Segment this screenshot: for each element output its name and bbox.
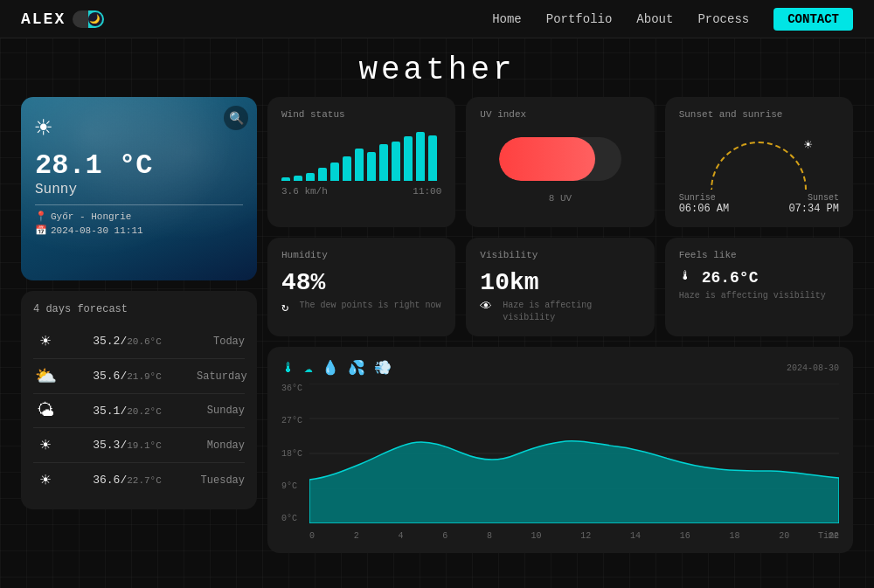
uv-value: 8 UV [480, 193, 640, 204]
sunrise-info: Sunrise 06:06 AM [679, 193, 730, 215]
feels-like-note-row: Haze is affecting visibility [679, 290, 839, 302]
wind-bar [294, 176, 302, 181]
sun-card: Sunset and sunrise ☀️ Sunrise 06:06 AM S… [665, 97, 853, 227]
wind-speed-row: 3.6 km/h 11:00 [281, 186, 441, 197]
uv-pill-bg [499, 137, 621, 181]
wind-bar [392, 142, 400, 181]
page-title-section: weather [0, 38, 874, 97]
wind-max-time: 11:00 [413, 186, 441, 197]
chart-icon-temp[interactable]: 🌡 [281, 360, 295, 377]
left-column: 🔍 ☀️ 28.1 °C Sunny 📍 Győr - Hongrie 📅 20… [21, 97, 257, 553]
chart-area: 36°C 27°C 18°C 9°C 0°C [281, 384, 839, 541]
visibility-card: Visibility 10km 👁 Haze is affecting visi… [466, 238, 654, 336]
weather-search-icon[interactable]: 🔍 [224, 106, 248, 130]
nav-process[interactable]: Process [697, 12, 749, 26]
contact-button[interactable]: CONTACT [773, 8, 853, 31]
visibility-value: 10km [480, 269, 640, 296]
y-label-27: 27°C [281, 416, 308, 425]
feels-like-card: Feels like 🌡 26.6°C Haze is affecting vi… [665, 238, 853, 336]
forecast-day-3: Monday [197, 439, 245, 452]
chart-date: 2024-08-30 [787, 363, 839, 373]
forecast-icon-3: ☀️ [33, 434, 58, 456]
forecast-icon-2: 🌤 [33, 400, 58, 421]
bottom-stats-row: Humidity 48% ↻ The dew points is right n… [267, 238, 853, 336]
y-label-0: 0°C [281, 514, 308, 523]
chart-icons: 🌡 ☁ 💧 💦 💨 [281, 359, 392, 377]
nav-links: Home Portfolio About Process CONTACT [492, 8, 853, 31]
humidity-label: Humidity [281, 250, 441, 260]
wind-bar [404, 136, 413, 181]
x-label-16: 16 [680, 531, 690, 541]
wind-bar [355, 149, 364, 181]
wind-bar [306, 173, 315, 181]
chart-icon-humidity[interactable]: 💦 [348, 359, 365, 377]
x-label-4: 4 [398, 531, 403, 541]
weather-card: 🔍 ☀️ 28.1 °C Sunny 📍 Győr - Hongrie 📅 20… [21, 97, 257, 280]
chart-canvas-area [309, 384, 839, 523]
wind-bar [379, 144, 388, 181]
sun-arc-container: ☀️ [679, 128, 839, 190]
sunset-label: Sunset [808, 193, 839, 203]
sunrise-label: Sunrise [679, 193, 716, 203]
sun-times: Sunrise 06:06 AM Sunset 07:34 PM [679, 193, 839, 215]
visibility-note-row: 👁 Haze is affecting visibility [480, 300, 640, 324]
wind-card: Wind status 3.6 km/h 11:00 [267, 97, 455, 227]
chart-x-axis-label: Time [818, 531, 839, 541]
visibility-note-icon: 👁 [480, 300, 492, 314]
sun-arc: ☀️ [711, 142, 807, 190]
forecast-row-tue: ☀️ 36.6/22.7°C Tuesday [33, 463, 245, 497]
logo-text: ALEX [21, 10, 66, 28]
nav-home[interactable]: Home [492, 12, 522, 26]
y-label-36: 36°C [281, 384, 308, 393]
forecast-icon-0: ☀️ [33, 330, 58, 352]
sunset-time: 07:34 PM [788, 203, 839, 215]
wind-bars [281, 128, 441, 181]
wind-bar [416, 132, 425, 181]
chart-section: 🌡 ☁ 💧 💦 💨 2024-08-30 36°C 27°C 18°C 9°C … [267, 347, 853, 553]
y-label-9: 9°C [281, 481, 308, 491]
wind-speed: 3.6 km/h [281, 186, 328, 197]
uv-pill-fill [499, 137, 595, 181]
forecast-temp-4: 36.6/22.7°C [58, 474, 197, 487]
chart-icon-rain[interactable]: 💧 [322, 359, 339, 377]
forecast-row-mon: ☀️ 35.3/19.1°C Monday [33, 428, 245, 463]
nav-about[interactable]: About [636, 12, 673, 26]
feels-like-value-row: 🌡 26.6°C [679, 269, 839, 287]
uv-card: UV index 8 UV [466, 97, 654, 227]
x-label-6: 6 [442, 531, 447, 541]
forecast-row-sun: 🌤 35.1/20.2°C Sunday [33, 394, 245, 428]
forecast-day-1: Saturday [197, 370, 245, 383]
wind-bar [428, 135, 437, 181]
theme-toggle[interactable]: 🌙 [73, 10, 104, 28]
sun-position-icon: ☀️ [804, 136, 813, 154]
forecast-icon-4: ☀️ [33, 469, 58, 491]
toggle-circle: 🌙 [88, 12, 102, 26]
chart-icon-wind[interactable]: 💨 [374, 359, 392, 377]
chart-y-labels: 36°C 27°C 18°C 9°C 0°C [281, 384, 308, 523]
sunrise-time: 06:06 AM [679, 203, 730, 215]
humidity-note: The dew points is right now [299, 300, 440, 312]
wind-bar [281, 177, 290, 181]
humidity-card: Humidity 48% ↻ The dew points is right n… [267, 238, 455, 336]
forecast-day-0: Today [197, 336, 245, 348]
forecast-temp-1: 35.6/21.9°C [58, 370, 197, 383]
wind-bar [330, 163, 339, 181]
chart-icon-cloud[interactable]: ☁ [304, 359, 313, 377]
forecast-card: 4 days forecast ☀️ 35.2/20.6°C Today ⛅ 3… [21, 291, 257, 509]
sun-label: Sunset and sunrise [679, 109, 839, 120]
forecast-day-2: Sunday [197, 405, 245, 417]
chart-x-labels: 0 2 4 6 8 10 12 14 16 18 20 22 [309, 531, 839, 541]
visibility-note: Haze is affecting visibility [503, 300, 640, 324]
chart-svg [309, 384, 839, 523]
navbar: ALEX 🌙 Home Portfolio About Process CONT… [0, 0, 874, 38]
forecast-temp-0: 35.2/20.6°C [58, 335, 197, 348]
x-label-8: 8 [487, 531, 492, 541]
x-label-0: 0 [309, 531, 315, 541]
forecast-row-today: ☀️ 35.2/20.6°C Today [33, 324, 245, 359]
forecast-row-sat: ⛅ 35.6/21.9°C Saturday [33, 359, 245, 394]
uv-label: UV index [480, 109, 640, 120]
x-label-14: 14 [630, 531, 641, 541]
nav-portfolio[interactable]: Portfolio [546, 12, 613, 26]
forecast-temp-2: 35.1/20.2°C [58, 405, 197, 418]
humidity-value: 48% [281, 269, 441, 296]
